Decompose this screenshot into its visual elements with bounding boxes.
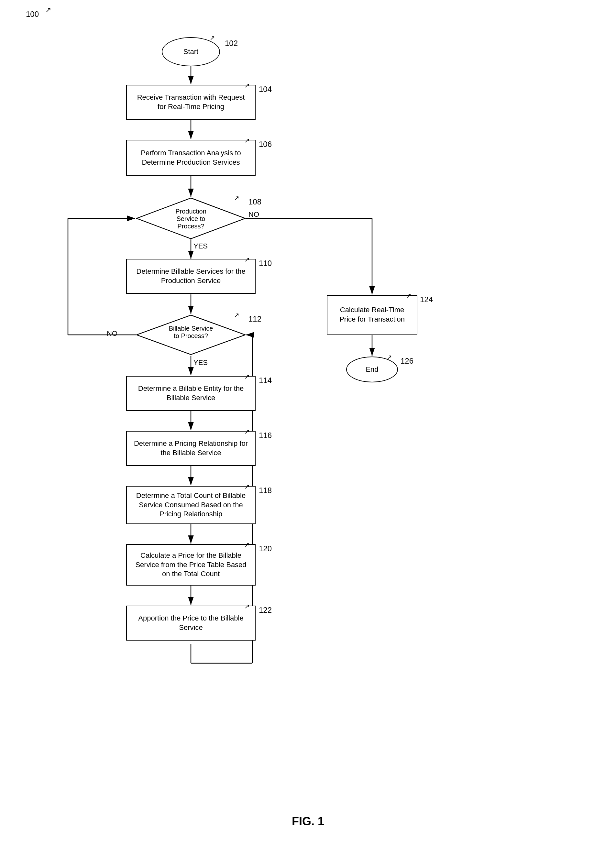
arrow-120: ↗ — [244, 541, 250, 549]
label-102: 102 — [225, 39, 238, 48]
svg-text:Service to: Service to — [177, 215, 206, 222]
no-label-112: NO — [107, 330, 118, 338]
label-116: 116 — [259, 431, 272, 440]
label-124: 124 — [420, 295, 433, 304]
label-126: 126 — [401, 356, 413, 366]
arrow-110: ↗ — [244, 256, 250, 263]
label-104: 104 — [259, 85, 272, 94]
label-110: 110 — [259, 259, 272, 268]
node-122: Apportion the Price to the Billable Serv… — [126, 606, 256, 640]
flowchart-svg — [0, 0, 616, 857]
label-108: 108 — [248, 197, 261, 206]
svg-text:Billable Service: Billable Service — [169, 325, 213, 332]
svg-text:Process?: Process? — [177, 223, 204, 230]
arrow-122: ↗ — [244, 603, 250, 610]
fig-label: FIG. 1 — [292, 815, 324, 828]
yes-label-108: YES — [193, 242, 208, 250]
label-118: 118 — [259, 486, 272, 495]
node-114: Determine a Billable Entity for the Bill… — [126, 376, 256, 411]
diamond-108-wrapper: Production Service to Process? — [136, 197, 246, 239]
diagram-container: 100 ↗ — [0, 0, 616, 841]
node-120: Calculate a Price for the Billable Servi… — [126, 544, 256, 585]
label-120: 120 — [259, 544, 272, 553]
arrow-106: ↗ — [244, 137, 250, 144]
arrow-126: ↗ — [387, 353, 392, 361]
node-116: Determine a Pricing Relationship for the… — [126, 431, 256, 466]
label-112: 112 — [248, 314, 261, 323]
arrow-116: ↗ — [244, 428, 250, 435]
label-122: 122 — [259, 606, 272, 615]
arrow-114: ↗ — [244, 373, 250, 380]
arrow-108: ↗ — [234, 194, 239, 202]
yes-label-112: YES — [193, 358, 208, 367]
diamond-108-svg: Production Service to Process? — [136, 197, 246, 239]
svg-text:to Process?: to Process? — [174, 332, 208, 339]
arrow-124: ↗ — [406, 292, 412, 300]
arrow-118: ↗ — [244, 483, 250, 490]
arrow-112: ↗ — [234, 311, 239, 319]
node-104: Receive Transaction with Request for Rea… — [126, 85, 256, 120]
no-label-108: NO — [248, 210, 259, 219]
arrow-102: ↗ — [210, 34, 215, 42]
label-106: 106 — [259, 140, 272, 149]
diamond-112-wrapper: Billable Service to Process? — [136, 314, 246, 355]
figure-number-arrow: ↗ — [45, 6, 51, 14]
diamond-112-svg: Billable Service to Process? — [136, 314, 246, 355]
arrow-104: ↗ — [244, 82, 250, 89]
node-124: Calculate Real-Time Price for Transactio… — [327, 295, 417, 334]
label-114: 114 — [259, 376, 272, 385]
svg-text:Production: Production — [175, 208, 206, 215]
figure-number: 100 — [26, 10, 39, 19]
node-106: Perform Transaction Analysis to Determin… — [126, 140, 256, 176]
node-118: Determine a Total Count of Billable Serv… — [126, 486, 256, 524]
node-110: Determine Billable Services for the Prod… — [126, 259, 256, 294]
